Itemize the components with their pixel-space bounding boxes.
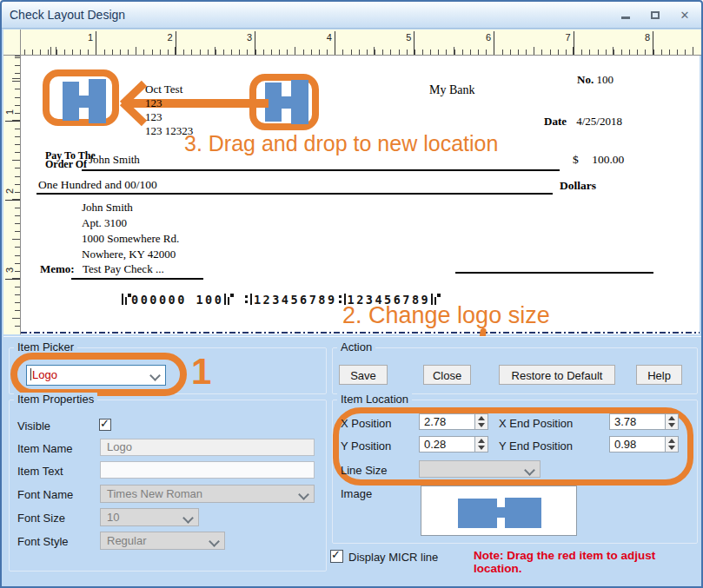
ruler-inch-mark [494, 31, 494, 55]
address-line: John Smith [82, 200, 179, 215]
logo-item-copy[interactable] [265, 80, 310, 125]
window-controls: ✕ [620, 9, 691, 21]
ruler-inch-label: 1 [79, 32, 93, 43]
maximize-button[interactable] [649, 9, 661, 21]
company-name: Oct Test [145, 83, 193, 96]
annotation-step1: 1 [191, 351, 211, 393]
payer-block[interactable]: Oct Test 123123123 12323 [145, 83, 193, 138]
payee-line [82, 169, 560, 171]
amount-numeric[interactable]: $ 100.00 [573, 153, 624, 167]
ruler-inch-mark [335, 31, 335, 55]
minimize-button[interactable] [620, 9, 632, 21]
spinner-buttons[interactable] [474, 437, 487, 452]
memo-line [71, 278, 203, 280]
spin-down-icon [478, 423, 485, 427]
dollars-label: Dollars [560, 179, 596, 193]
date-value: 4/25/2018 [576, 115, 622, 128]
spin-up-icon [478, 439, 485, 443]
bank-name[interactable]: My Bank [429, 83, 475, 97]
spin-up-icon [668, 416, 675, 420]
ruler-inch-mark [176, 31, 176, 55]
y-position-spinner[interactable]: 0.28 [419, 436, 488, 453]
item-name-label: Item Name [17, 442, 73, 455]
visible-checkbox[interactable] [99, 419, 111, 431]
check-canvas[interactable]: Oct Test 123123123 12323 3. Drag and dro… [21, 56, 700, 334]
spin-down-icon [668, 423, 675, 427]
close-button[interactable]: Close [423, 365, 471, 385]
item-picker-label: Item Picker [14, 340, 77, 353]
close-button[interactable]: ✕ [679, 9, 691, 21]
restore-default-button[interactable]: Restore to Default [499, 365, 615, 385]
logo-bar-left [63, 82, 79, 121]
address-line: 1000 Somewhere Rd. [82, 231, 179, 247]
settings-panel: Item Picker Logo 1 Item Properties Visib… [3, 336, 703, 588]
spin-down-icon [478, 446, 485, 450]
address-line: Nowhere, KY 42000 [82, 247, 179, 262]
chevron-down-icon [298, 489, 309, 500]
window-title: Check Layout Design [10, 8, 125, 22]
logo-bar-right [291, 80, 308, 124]
micr-onus-symbol-icon [223, 294, 234, 305]
x-position-label: X Position [341, 417, 392, 430]
ruler-inch-label: 1 [4, 107, 15, 117]
x-end-position-spinner[interactable]: 3.78 [609, 413, 679, 430]
micr-digits [234, 293, 243, 307]
spin-down-icon [668, 446, 675, 450]
logo-connector [282, 96, 291, 109]
visible-label: Visible [17, 420, 50, 433]
y-end-position-label: Y End Position [499, 439, 573, 453]
image-preview [421, 486, 577, 536]
spin-up-icon [478, 416, 485, 420]
save-button[interactable]: Save [339, 365, 388, 385]
address-line: Apt. 3100 [82, 215, 179, 231]
memo-value: Test Pay Check ... [83, 262, 164, 275]
memo-label: Memo: [40, 262, 75, 275]
annotation-step2: 2. Change logo size [342, 302, 550, 329]
ruler-inch-mark [255, 31, 255, 55]
font-size-dropdown: 10 [100, 508, 199, 526]
item-text-label: Item Text [17, 465, 63, 478]
line-size-dropdown [419, 460, 541, 478]
ruler-inch-mark [96, 31, 96, 55]
micr-digits: 000000 100 [131, 293, 223, 307]
horizontal-ruler: 12345678 [21, 30, 703, 56]
logo-bar-right [89, 79, 106, 123]
maximize-icon [651, 11, 660, 19]
item-text-field[interactable] [100, 461, 315, 479]
ruler-inch-label: 6 [477, 32, 491, 43]
spinner-buttons[interactable] [474, 414, 487, 429]
date-item[interactable]: Date 4/25/2018 [544, 115, 622, 129]
line-size-label: Line Size [341, 464, 387, 477]
signature-line [455, 272, 653, 274]
ruler-inch-label: 7 [557, 32, 571, 43]
ruler-corner [3, 30, 21, 56]
vertical-ruler: 123 [3, 56, 21, 334]
minimize-icon [621, 17, 630, 19]
amount-words[interactable]: One Hundred and 00/100 [38, 178, 157, 192]
check-number[interactable]: No. 100 [577, 73, 613, 87]
company-line: 123 [145, 96, 193, 110]
y-end-position-spinner[interactable]: 0.98 [609, 436, 679, 453]
x-position-spinner[interactable]: 2.78 [419, 413, 488, 430]
ruler-inch-mark [653, 31, 653, 55]
spinner-buttons[interactable] [665, 437, 678, 452]
memo-item[interactable]: Memo: Test Pay Check ... [40, 262, 164, 276]
chevron-down-icon [524, 465, 535, 476]
address-block[interactable]: John SmithApt. 31001000 Somewhere Rd.Now… [82, 200, 179, 262]
chevron-down-icon [182, 512, 194, 524]
logo-preview-bar-left [458, 499, 497, 528]
help-button[interactable]: Help [636, 365, 682, 385]
logo-connector [79, 96, 89, 108]
display-micr-checkbox[interactable] [330, 550, 343, 563]
ruler-inch-mark [414, 31, 415, 55]
title-bar: Check Layout Design ✕ [2, 2, 701, 29]
y-position-label: Y Position [341, 439, 391, 453]
ruler-inch-label: 3 [238, 32, 252, 43]
ruler-inch-label: 5 [397, 32, 411, 43]
font-style-dropdown: Regular [100, 532, 225, 550]
dollar-sign: $ [573, 153, 579, 166]
logo-item[interactable] [63, 79, 108, 124]
item-properties-label: Item Properties [14, 393, 97, 406]
spinner-buttons[interactable] [665, 414, 678, 429]
payee-name[interactable]: John Smith [89, 153, 140, 167]
